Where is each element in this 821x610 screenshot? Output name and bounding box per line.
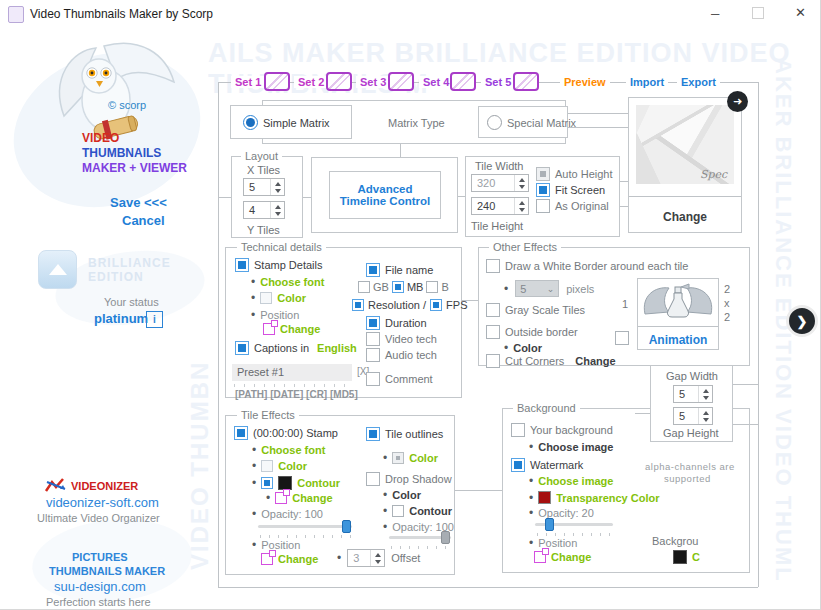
minimize-button[interactable]: – <box>711 4 719 21</box>
file-name-option[interactable]: File name <box>366 263 433 277</box>
animation-button[interactable]: Animation <box>637 333 719 347</box>
save-button[interactable]: Save <<< <box>110 195 167 210</box>
your-background-checkbox[interactable] <box>511 423 525 437</box>
tile-height-spinner[interactable]: 240 <box>471 197 529 215</box>
gap-width-spinner[interactable]: 5 <box>673 385 713 403</box>
slider-thumb[interactable] <box>342 520 351 533</box>
stamp-font-link[interactable]: • Choose font <box>252 444 325 456</box>
watermark-option[interactable]: Watermark <box>511 458 583 472</box>
comment-checkbox[interactable] <box>366 372 380 386</box>
gray-scale-option[interactable]: Gray Scale Tiles <box>486 303 585 317</box>
duration-option[interactable]: Duration <box>366 316 427 330</box>
contour-color-swatch[interactable] <box>278 476 292 490</box>
comment-option[interactable]: Comment <box>366 372 433 386</box>
slider-thumb[interactable] <box>545 518 554 531</box>
set3-thumbnail-icon[interactable] <box>388 72 414 91</box>
x-tiles-spinner[interactable]: 5 <box>243 178 285 196</box>
stamp-details-option[interactable]: Stamp Details <box>235 258 322 272</box>
shadow-color-row[interactable]: • Color <box>383 489 421 501</box>
wm-position-change[interactable]: Change <box>534 551 591 563</box>
outside-border-option[interactable]: Outside border <box>486 325 578 339</box>
stamp-details-checkbox[interactable] <box>235 258 249 272</box>
stamp-opacity-slider[interactable] <box>258 519 352 537</box>
stamp-color2-option[interactable]: • Color <box>252 460 307 472</box>
pictures-site-link[interactable]: suu-design.com <box>54 579 146 594</box>
gap-height-spinner[interactable]: 5 <box>673 407 713 425</box>
tab-set5[interactable]: Set 5 <box>481 76 515 88</box>
auto-height-option[interactable]: Auto Height <box>536 167 612 181</box>
transparency-color-swatch[interactable] <box>538 491 551 504</box>
simple-matrix-option[interactable]: Simple Matrix <box>243 115 330 130</box>
preview-change-button[interactable]: Change <box>628 210 742 224</box>
tab-set1[interactable]: Set 1 <box>231 76 265 88</box>
slider-thumb[interactable] <box>441 531 450 544</box>
outline-color-option[interactable]: • Color <box>383 452 438 464</box>
wm-opacity-slider[interactable] <box>535 517 613 535</box>
gray-scale-checkbox[interactable] <box>486 303 500 317</box>
captions-option[interactable]: Captions in English <box>235 341 357 355</box>
outline-color-checkbox[interactable] <box>392 452 404 464</box>
tab-set4[interactable]: Set 4 <box>419 76 453 88</box>
b-checkbox[interactable] <box>426 281 438 293</box>
special-matrix-radio[interactable] <box>487 115 502 130</box>
set5-thumbnail-icon[interactable] <box>513 72 539 91</box>
mb-checkbox[interactable] <box>392 281 404 293</box>
set1-thumbnail-icon[interactable] <box>264 72 290 91</box>
offset-spinner[interactable]: 3 <box>347 549 385 567</box>
cut-corners-option[interactable]: Cut Corners Change <box>486 354 616 368</box>
video-tech-checkbox[interactable] <box>366 332 380 346</box>
bg-choose-image-row[interactable]: • Choose image <box>529 441 613 453</box>
gb-checkbox[interactable] <box>358 281 370 293</box>
fps-checkbox[interactable] <box>430 299 442 311</box>
stamp-color-checkbox[interactable] <box>260 292 272 304</box>
duration-checkbox[interactable] <box>366 316 380 330</box>
stamp-color-option[interactable]: • Color <box>251 292 306 304</box>
cancel-button[interactable]: Cancel <box>122 213 165 228</box>
fit-screen-checkbox[interactable] <box>536 183 550 197</box>
y-tiles-spinner[interactable]: 4 <box>243 201 285 219</box>
panel-next-chevron-button[interactable]: ❯ <box>786 305 818 337</box>
stamp-position2-change[interactable]: Change <box>261 553 318 565</box>
spinner-arrows-icon[interactable] <box>370 550 384 566</box>
tab-preview[interactable]: Preview <box>560 76 610 88</box>
advanced-timeline-button[interactable]: Advanced Timeline Control <box>329 171 441 219</box>
tile-outlines-checkbox[interactable] <box>366 427 380 441</box>
tab-import[interactable]: Import <box>626 76 668 88</box>
stamp-color2-checkbox[interactable] <box>261 460 273 472</box>
background-clipped-action[interactable]: C <box>673 550 700 564</box>
spinner-arrows-icon[interactable] <box>514 175 528 191</box>
white-border-option[interactable]: Draw a White Border around each tile <box>486 259 688 273</box>
shadow-opacity-slider[interactable] <box>389 530 451 548</box>
outside-border-color[interactable]: • Color <box>504 342 542 354</box>
spinner-arrows-icon[interactable] <box>270 179 284 195</box>
maximize-button[interactable] <box>752 7 764 19</box>
outside-border-checkbox[interactable] <box>486 325 500 339</box>
drop-shadow-checkbox[interactable] <box>366 472 380 486</box>
video-tech-option[interactable]: Video tech <box>366 332 437 346</box>
resolution-checkbox[interactable] <box>352 299 364 311</box>
tab-export[interactable]: Export <box>677 76 720 88</box>
fit-screen-option[interactable]: Fit Screen <box>536 183 605 197</box>
status-info-button[interactable]: i <box>146 311 163 328</box>
contour-option[interactable]: • Contour <box>252 476 340 490</box>
transparency-color-option[interactable]: • Transparency Color <box>529 491 660 504</box>
timestamp-option[interactable]: (00:00:00) Stamp <box>234 426 338 440</box>
animation-checkbox[interactable] <box>615 331 629 345</box>
captions-language[interactable]: English <box>317 342 357 354</box>
tile-outlines-option[interactable]: Tile outlines <box>366 427 443 441</box>
preset-field[interactable]: Preset #1 <box>232 364 352 381</box>
shadow-contour-checkbox[interactable] <box>392 505 404 517</box>
audio-tech-option[interactable]: Audio tech <box>366 348 437 362</box>
tab-set2[interactable]: Set 2 <box>294 76 328 88</box>
contour-change-link[interactable]: • Change <box>266 492 333 504</box>
wm-choose-image-link[interactable]: • Choose image <box>529 475 613 487</box>
drop-shadow-option[interactable]: Drop Shadow <box>366 472 452 486</box>
next-arrow-button[interactable]: ➜ <box>727 91 748 112</box>
background-color-swatch[interactable] <box>673 550 687 564</box>
cut-corners-checkbox[interactable] <box>486 354 500 368</box>
contour-checkbox[interactable] <box>261 477 273 489</box>
choose-font-link[interactable]: • Choose font <box>251 276 324 288</box>
shadow-contour-option[interactable]: • Contour <box>383 505 452 517</box>
spinner-arrows-icon[interactable] <box>698 408 712 424</box>
captions-checkbox[interactable] <box>235 341 249 355</box>
